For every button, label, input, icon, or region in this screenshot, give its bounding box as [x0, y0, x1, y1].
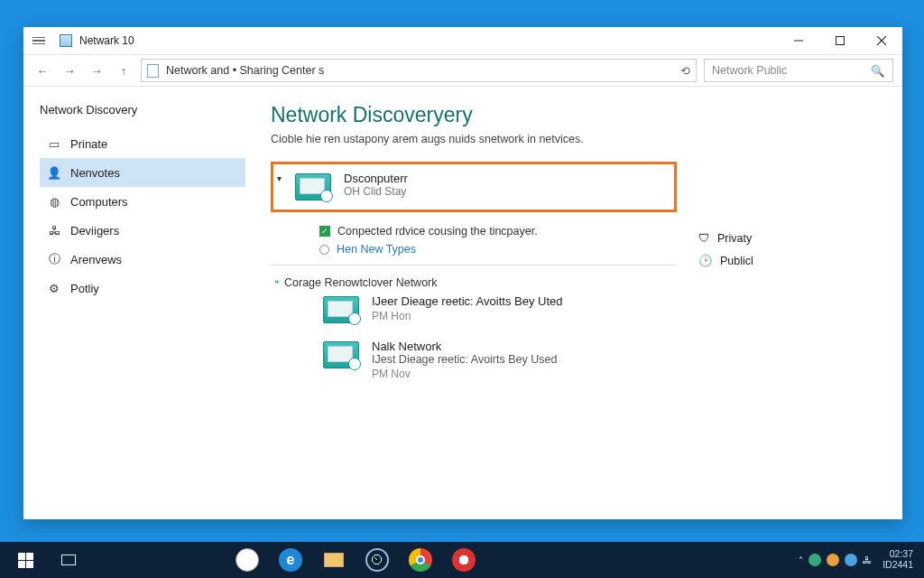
sidebar-item-private[interactable]: ▭ Prinate — [40, 129, 245, 158]
privacy-link[interactable]: 🛡 Privaty — [698, 232, 780, 245]
window-title: Netwark 10 — [79, 34, 134, 47]
computer-icon — [323, 341, 359, 368]
gear-icon: ⚙ — [47, 282, 61, 294]
svg-rect-1 — [836, 37, 845, 45]
new-types-link[interactable]: Hen New Types — [319, 243, 677, 256]
globe-icon: ◍ — [47, 195, 61, 208]
sidebar-item-policy[interactable]: ⚙ Potliy — [40, 274, 245, 303]
separator — [271, 265, 677, 266]
address-bar[interactable]: Network and • Sharing Center s ⟲ — [141, 59, 697, 82]
network-item[interactable]: IJeer Dieage reetic: Avoitts Bey Uted PM… — [323, 294, 677, 323]
start-button[interactable] — [4, 542, 47, 578]
system-tray[interactable]: ˄ 🖧 02:37 ID2441 — [799, 549, 920, 570]
tray-icon[interactable] — [808, 554, 821, 566]
taskbar-app[interactable]: ⏺ — [442, 542, 485, 578]
search-placeholder: Network Public — [712, 64, 787, 77]
info-icon: ⓘ — [47, 253, 61, 266]
tray-chevron-icon[interactable]: ˄ — [799, 555, 803, 565]
chrome-button[interactable] — [399, 542, 442, 578]
forward-button[interactable]: → — [60, 61, 79, 80]
maximize-button[interactable] — [819, 27, 861, 54]
computer-icon — [295, 173, 331, 200]
section-heading: ❝ Corage Renowtclover Network — [274, 276, 677, 289]
device-status: OH Clid Stay — [344, 185, 408, 198]
public-link[interactable]: 🕑 Publicl — [698, 254, 780, 267]
taskbar-app[interactable]: ⏲ — [356, 542, 399, 578]
page-title: Network Discoveryery — [271, 103, 877, 127]
refresh-icon[interactable]: ⟲ — [680, 64, 690, 78]
taskbar: e ⏲ ⏺ ˄ 🖧 02:37 ID2441 — [0, 542, 924, 578]
folder-icon: ▭ — [47, 137, 61, 150]
titlebar: Netwark 10 — [23, 27, 902, 54]
taskbar-clock[interactable]: 02:37 ID2441 — [882, 549, 913, 570]
page-subtitle: Cioble hie ren ustapony arem augs nuids … — [271, 133, 877, 145]
shield-icon: 🛡 — [698, 232, 710, 245]
network-tray-icon[interactable]: 🖧 — [863, 555, 872, 565]
address-icon — [147, 64, 159, 78]
app-icon — [60, 34, 72, 47]
minimize-button[interactable] — [778, 27, 819, 54]
check-icon: ✓ — [319, 226, 330, 237]
sidebar-heading: Network Discovery — [40, 103, 245, 117]
taskbar-app[interactable] — [226, 542, 269, 578]
device-icon: 🖧 — [47, 224, 61, 237]
user-icon: 👤 — [47, 166, 61, 179]
network-item[interactable]: Nalk Network IJest Dieage reetic: Avoirt… — [323, 340, 677, 380]
quote-icon: ❝ — [274, 278, 279, 288]
device-name: Dsconputerr — [344, 172, 408, 185]
sidebar-item-devices[interactable]: 🖧 Deviigers — [40, 216, 245, 245]
recent-button[interactable]: → — [87, 61, 106, 80]
highlighted-device[interactable]: ▾ Dsconputerr OH Clid Stay — [271, 162, 677, 212]
sidebar-item-computers[interactable]: ◍ Computers — [40, 187, 245, 216]
nav-toolbar: ← → → ↑ Network and • Sharing Center s ⟲… — [23, 54, 902, 87]
explorer-button[interactable] — [312, 542, 356, 578]
computer-icon — [323, 296, 359, 323]
up-button[interactable]: ↑ — [114, 61, 134, 80]
address-text: Network and • Sharing Center s — [166, 64, 324, 77]
menu-icon[interactable] — [32, 37, 49, 45]
clock-icon: 🕑 — [698, 254, 713, 267]
sidebar: Network Discovery ▭ Prinate 👤 Nenvotes ◍… — [23, 87, 245, 519]
search-icon: 🔍 — [871, 64, 885, 78]
task-view-button[interactable] — [47, 542, 90, 578]
connected-checkbox-row[interactable]: ✓ Conpected rdvice cousing the tincpayer… — [319, 225, 677, 238]
radio-icon — [319, 245, 329, 255]
chevron-down-icon[interactable]: ▾ — [277, 173, 290, 183]
close-button[interactable] — [861, 27, 902, 54]
sidebar-item-networks[interactable]: 👤 Nenvotes — [40, 158, 245, 187]
explorer-window: Netwark 10 ← → → ↑ Network and • Sharing… — [23, 27, 902, 519]
search-input[interactable]: Network Public 🔍 — [704, 59, 893, 82]
edge-button[interactable]: e — [269, 542, 312, 578]
tray-icon[interactable] — [845, 554, 857, 566]
sidebar-item-reviews[interactable]: ⓘ Arenvews — [40, 245, 245, 274]
right-panel: 🛡 Privaty 🕑 Publicl — [698, 162, 780, 396]
tray-icon[interactable] — [827, 554, 839, 566]
main-panel: Network Discoveryery Cioble hie ren usta… — [245, 87, 902, 519]
back-button[interactable]: ← — [32, 61, 52, 80]
